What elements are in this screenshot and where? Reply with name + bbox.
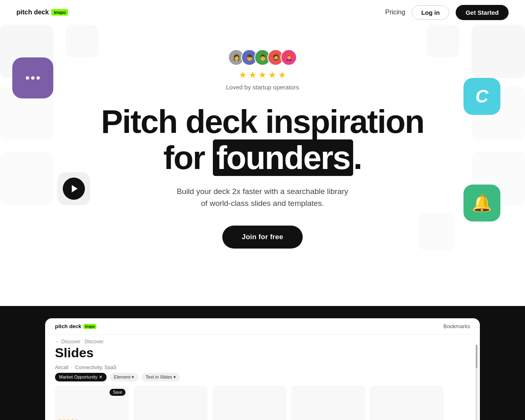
get-started-button[interactable]: Get Started <box>456 5 509 20</box>
app-card <box>370 386 444 420</box>
app-filters: Market Opportunity ✕ Element ▾ Text in S… <box>45 373 480 386</box>
app-sub-label: Aircall · Connectivity, SaaS <box>45 365 480 373</box>
star-icon: ★ <box>239 70 247 80</box>
save-button[interactable]: Save <box>110 389 126 396</box>
star-icon: ★ <box>258 70 267 80</box>
app-bookmarks: Bookmarks <box>443 323 470 329</box>
app-logo: pitch deck inspo <box>55 323 96 329</box>
app-card <box>291 386 365 420</box>
play-app-icon <box>57 172 90 205</box>
nav-right: Pricing Log in Get Started <box>385 5 509 20</box>
star-icon: ★ <box>268 70 276 80</box>
loved-label: Loved by startup operators <box>0 84 525 91</box>
logo-badge: inspo <box>51 9 68 16</box>
hero-section: C 🔔 👩 👦 👨 🧔 👩‍🦰 ★ ★ ★ ★ ★ Loved by start… <box>0 25 525 281</box>
hero-title: Pitch deck inspiration for founders. <box>0 104 525 176</box>
scrollbar[interactable] <box>476 345 477 420</box>
login-button[interactable]: Log in <box>412 5 449 20</box>
app-cards-row: Save ★ ★ ★ ★ ★ 84 slides <box>45 386 480 420</box>
app-breadcrumb: ← Discover Discover <box>45 335 480 345</box>
bell-icon: 🔔 <box>472 194 492 213</box>
navbar: pitch deck inspo Pricing Log in Get Star… <box>0 0 525 25</box>
logo[interactable]: pitch deck inspo <box>16 9 68 16</box>
hero-title-pre: for <box>163 139 213 176</box>
star-rating: ★ ★ ★ ★ ★ <box>0 70 525 80</box>
hero-title-post: . <box>353 139 361 176</box>
logo-text: pitch deck <box>16 9 49 16</box>
join-free-button[interactable]: Join for free <box>222 226 303 249</box>
app-page-title: Slides <box>45 345 480 365</box>
filter-chip-element[interactable]: Element ▾ <box>110 373 138 381</box>
play-circle <box>63 178 85 200</box>
card-stars: ★ ★ ★ ★ ★ <box>58 418 78 420</box>
avatar: 👩‍🦰 <box>281 49 297 66</box>
play-triangle-icon <box>72 185 78 192</box>
app-card: Save ★ ★ ★ ★ ★ 84 slides <box>55 386 129 420</box>
bell-app-icon: 🔔 <box>463 185 500 221</box>
scrollbar-thumb <box>476 345 477 368</box>
app-card <box>212 386 286 420</box>
hero-title-line1: Pitch deck inspiration <box>101 103 424 140</box>
chat-dots-icon <box>26 76 40 80</box>
app-header: pitch deck inspo Bookmarks <box>45 318 480 335</box>
star-icon: ★ <box>249 70 257 80</box>
app-card <box>134 386 208 420</box>
founders-highlight: founders <box>213 139 353 176</box>
star-icon: ★ <box>278 70 286 80</box>
c-app-icon: C <box>463 78 500 115</box>
filter-chip-text[interactable]: Text in Slides ▾ <box>142 373 180 381</box>
bg-square <box>418 213 455 250</box>
chat-icon <box>12 57 53 98</box>
app-screenshot: pitch deck inspo Bookmarks ← Discover Di… <box>45 318 480 420</box>
dark-preview-section: pitch deck inspo Bookmarks ← Discover Di… <box>0 306 525 420</box>
pricing-link[interactable]: Pricing <box>385 9 405 16</box>
avatar-group: 👩 👦 👨 🧔 👩‍🦰 <box>0 49 525 66</box>
filter-chip-market[interactable]: Market Opportunity ✕ <box>55 373 107 381</box>
